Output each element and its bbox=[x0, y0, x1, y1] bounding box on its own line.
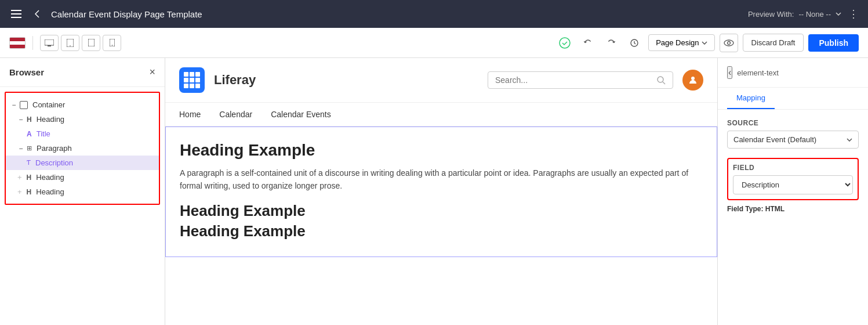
heading1-h-icon: H bbox=[27, 115, 32, 124]
canvas-inner: Liferay Home Calendar Calendar Events He… bbox=[165, 58, 717, 325]
logo-dot bbox=[190, 72, 194, 77]
svg-rect-4 bbox=[48, 45, 51, 46]
site-brand-name: Liferay bbox=[214, 73, 256, 88]
right-panel-title: element-text bbox=[737, 68, 779, 77]
logo-dot bbox=[184, 84, 188, 88]
svg-point-17 bbox=[691, 77, 695, 80]
tree-item-container[interactable]: − Container bbox=[6, 98, 159, 112]
site-header: Liferay bbox=[165, 58, 717, 103]
sidebar-toggle-icon[interactable] bbox=[9, 7, 23, 21]
tablet-view-button[interactable] bbox=[61, 35, 79, 51]
discard-draft-button[interactable]: Discard Draft bbox=[743, 34, 804, 52]
toolbar-separator bbox=[32, 36, 33, 50]
tree-item-description[interactable]: Ƭ Description bbox=[6, 156, 159, 170]
svg-rect-2 bbox=[11, 17, 21, 18]
redo-button[interactable] bbox=[602, 34, 620, 52]
search-box[interactable] bbox=[488, 71, 673, 89]
more-options-icon[interactable]: ⋮ bbox=[848, 8, 859, 20]
search-icon bbox=[656, 75, 666, 85]
back-icon[interactable] bbox=[30, 7, 44, 21]
tree-toggle-paragraph: − bbox=[17, 145, 24, 153]
svg-point-11 bbox=[560, 38, 570, 48]
description-icon: Ƭ bbox=[27, 159, 31, 167]
nav-home[interactable]: Home bbox=[179, 110, 201, 119]
tree-item-title[interactable]: A Title bbox=[6, 127, 159, 141]
source-select[interactable]: Calendar Event (Default) bbox=[727, 131, 859, 149]
svg-point-10 bbox=[111, 45, 112, 46]
nav-calendar[interactable]: Calendar bbox=[219, 110, 252, 119]
device-toolbar bbox=[40, 35, 121, 51]
logo-grid bbox=[184, 72, 200, 88]
browser-close-button[interactable]: × bbox=[149, 66, 155, 78]
field-label: Field bbox=[733, 164, 853, 172]
heading3-plus-icon: + bbox=[17, 187, 22, 196]
browser-header: Browser × bbox=[0, 58, 165, 87]
small-tablet-view-button[interactable] bbox=[82, 35, 100, 51]
svg-point-15 bbox=[658, 77, 663, 82]
svg-rect-3 bbox=[45, 39, 54, 45]
logo-dot bbox=[184, 78, 188, 82]
mobile-view-button[interactable] bbox=[103, 35, 121, 51]
search-input[interactable] bbox=[495, 75, 656, 85]
page-design-button[interactable]: Page Design bbox=[648, 34, 714, 51]
svg-rect-8 bbox=[88, 39, 95, 46]
content-heading3: Heading Example bbox=[180, 222, 703, 240]
logo-dot bbox=[195, 84, 200, 88]
field-box: Field Description Title Summary Content bbox=[727, 158, 859, 200]
source-label: Source bbox=[727, 119, 859, 127]
tree-toggle-container: − bbox=[10, 101, 17, 109]
right-panel: ‹ element-text Mapping Source Calendar E… bbox=[717, 58, 868, 325]
nav-calendar-events[interactable]: Calendar Events bbox=[271, 110, 331, 119]
browser-panel: Browser × − Container − H Heading A Titl… bbox=[0, 58, 165, 325]
container-icon bbox=[20, 101, 28, 109]
browser-title: Browser bbox=[9, 67, 44, 77]
source-value: Calendar Event (Default) bbox=[733, 135, 816, 144]
paragraph-icon: ⊞ bbox=[27, 145, 32, 152]
right-panel-tabs: Mapping bbox=[718, 88, 868, 110]
title-a-icon: A bbox=[27, 130, 32, 138]
browser-tree: − Container − H Heading A Title − ⊞ Para… bbox=[5, 92, 160, 205]
desktop-view-button[interactable] bbox=[40, 35, 59, 51]
undo-button[interactable] bbox=[579, 34, 597, 52]
logo-dot bbox=[190, 78, 194, 82]
right-panel-header: ‹ element-text bbox=[718, 58, 868, 88]
content-heading1: Heading Example bbox=[180, 141, 703, 160]
saved-icon[interactable] bbox=[555, 34, 574, 52]
svg-point-7 bbox=[70, 45, 71, 46]
svg-point-14 bbox=[727, 41, 730, 44]
source-select-arrow bbox=[847, 138, 852, 142]
preview-toggle-button[interactable] bbox=[720, 34, 738, 52]
svg-line-16 bbox=[663, 82, 665, 84]
logo-dot bbox=[195, 72, 200, 77]
logo-dot bbox=[195, 78, 200, 82]
tree-label-heading1: Heading bbox=[37, 115, 64, 124]
heading2-plus-icon: + bbox=[17, 173, 22, 182]
logo-dot bbox=[190, 84, 194, 88]
canvas-area: Liferay Home Calendar Calendar Events He… bbox=[165, 58, 717, 325]
tree-item-paragraph[interactable]: − ⊞ Paragraph bbox=[6, 141, 159, 156]
preview-with-label: Preview With: -- None -- bbox=[748, 10, 841, 19]
right-panel-back-button[interactable]: ‹ bbox=[727, 66, 732, 79]
page-title: Calendar Event Display Page Template bbox=[51, 9, 741, 19]
language-flag[interactable] bbox=[9, 37, 26, 49]
user-avatar[interactable] bbox=[682, 70, 703, 91]
topbar: Calendar Event Display Page Template Pre… bbox=[0, 0, 868, 28]
publish-button[interactable]: Publish bbox=[808, 34, 859, 52]
logo-dot bbox=[184, 72, 188, 77]
svg-rect-1 bbox=[11, 13, 21, 15]
tree-label-description: Description bbox=[35, 158, 73, 167]
heading3-h-icon: H bbox=[27, 188, 32, 196]
site-logo bbox=[179, 67, 205, 93]
tree-item-heading3[interactable]: + H Heading bbox=[6, 185, 159, 199]
right-panel-body: Source Calendar Event (Default) Field De… bbox=[718, 110, 868, 222]
history-button[interactable] bbox=[625, 34, 644, 52]
tree-label-heading3: Heading bbox=[36, 187, 64, 196]
toolbar: Page Design Discard Draft Publish bbox=[0, 28, 868, 58]
tree-item-heading1[interactable]: − H Heading bbox=[6, 112, 159, 127]
tree-item-heading2[interactable]: + H Heading bbox=[6, 170, 159, 185]
tree-label-title: Title bbox=[37, 129, 50, 138]
tree-label-container: Container bbox=[32, 100, 65, 109]
field-type-value: HTML bbox=[765, 205, 785, 213]
tab-mapping[interactable]: Mapping bbox=[727, 88, 775, 109]
field-select[interactable]: Description Title Summary Content bbox=[733, 175, 853, 194]
